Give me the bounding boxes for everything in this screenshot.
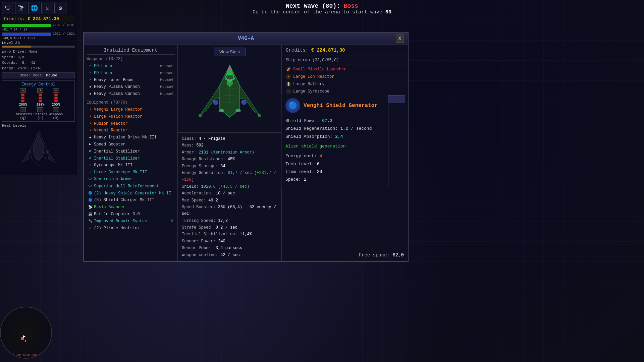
icon-btn-2[interactable]: 🔭 (15, 2, 27, 14)
stat-sensor-val: 3,4 parsecs (216, 246, 242, 250)
weapon-increase[interactable]: + (53, 88, 59, 93)
stat-shield-val: 1020,6 (201, 184, 216, 189)
cargo-name-2: Large Ion Reactor (293, 74, 334, 79)
stat-energy-minus: -150 (182, 177, 192, 182)
eq-battle-computer[interactable]: 💻 Battle Computer 3.0 (87, 211, 175, 218)
eq-gyroscope[interactable]: ○ Gyroscope Mk.III (87, 162, 175, 169)
shield-indicator (39, 94, 42, 102)
xp-bar (2, 46, 75, 48)
shield-increase[interactable]: + (37, 88, 43, 93)
top-hud: Next Wave (80): Boss Go to the center of… (250, 0, 394, 18)
eq-icon-8: ⚙ (88, 156, 93, 161)
eq-fusion-reactor[interactable]: ⚡ Fusion Reactor (87, 120, 175, 127)
weapon-indicator (54, 94, 58, 102)
tt-tech-level-val: 6 (317, 162, 320, 167)
energy-label: 1021 / 1021 (53, 32, 75, 36)
weapon-decrease[interactable]: - (53, 107, 59, 112)
weapon-bind-2: Mouse0 (160, 71, 173, 76)
eq-shield-charger[interactable]: 🔵 (5) Shield Charger Mk.III (87, 197, 175, 204)
minimap-label: Civilian Station [48] (5, 353, 47, 357)
eq-heavy-impulse[interactable]: ◆ Heavy Impulse Drive Mk.III (87, 134, 175, 141)
stat-strafe: Strafe Speed: 0,2 / sec (182, 224, 277, 231)
cargo-small-missile[interactable]: 🚀 Small Missile Launcher (284, 66, 405, 73)
eq-icon-1: ⚡ (88, 107, 93, 112)
weapon-pct: 200% (52, 103, 60, 107)
tooltip-icon: 🔵 (285, 98, 300, 113)
cargo-large-battery[interactable]: 🔋 Large Battery (284, 80, 405, 88)
weapon-pd-laser-1[interactable]: ⚡ PD Laser Mouse0 (87, 63, 175, 70)
shield-pct: 200% (36, 103, 44, 107)
stat-weapon-cool: Weapon cooling: 42 / sec (182, 252, 277, 258)
eq-improved-repair[interactable]: 🔧 Improved Repair System E (87, 218, 175, 225)
icon-btn-3[interactable]: 🌐 (28, 2, 40, 14)
shield-dot-3 (39, 100, 42, 102)
svg-marker-2 (22, 149, 30, 163)
xp-fill (2, 46, 31, 48)
thruster-increase[interactable]: + (20, 88, 26, 93)
thruster-decrease[interactable]: - (20, 107, 26, 112)
close-button[interactable]: X (396, 35, 404, 43)
eq-heavy-shield-gen[interactable]: 🔵 (2) Heavy Shield Generator Mk.II (87, 190, 175, 197)
stat-dmg-res-val: 45% (228, 157, 235, 162)
svg-point-11 (226, 74, 234, 80)
cargo-icon-3: 🔋 (286, 81, 291, 87)
icon-btn-1[interactable]: 🛡 (2, 2, 14, 14)
tooltip-alien: Alien shield generation (285, 144, 384, 149)
thruster-dot-1 (21, 94, 24, 96)
ship-stats-panel: Class: 4 - Frigate Mass: 592 Armor: 2181… (178, 132, 281, 261)
eq-xentronium[interactable]: 🛡 Xentronium Armor (87, 176, 175, 183)
eq-name-17: Improved Repair System (94, 219, 168, 224)
stat-scanner: Scanner Power: 240 (182, 238, 277, 245)
stat-accel-val: 10 / sec (216, 191, 235, 196)
eq-name-7: Inertial Stabilizer (94, 149, 173, 155)
eq-name-5: Heavy Impulse Drive Mk.III (94, 135, 173, 140)
installed-equipment-title: Installed Equipment (87, 48, 175, 55)
eq-speed-booster[interactable]: ▶ Speed Booster (87, 141, 175, 148)
eq-pirate-heatsink[interactable]: ♨ (2) Pirate Heatsink (87, 225, 175, 232)
eq-large-gyroscope[interactable]: ○ Large Gyroscope Mk.III (87, 169, 175, 176)
icon-btn-4[interactable]: ⚔ (41, 2, 53, 14)
wave-number: 80 (385, 9, 391, 15)
svg-point-15 (213, 100, 218, 105)
level-label: Level 33 (2, 41, 20, 45)
weapon-bind-1: Mouse0 (160, 64, 173, 69)
eq-venghi-reactor[interactable]: ⚡ Venghi Reactor (87, 127, 175, 134)
tt-item-level: Item level: 20 (285, 168, 384, 176)
shield-bonus: +43,5 (2, 37, 12, 40)
view-stats-button[interactable]: View Stats (214, 48, 246, 56)
stat-max-speed: Max Speed: 49,2 (182, 197, 277, 204)
eq-name-15: Basic Scanner (94, 204, 173, 210)
weapon-heavy-plasma-2[interactable]: ● Heavy Plasma Cannon Mouse0 (87, 90, 175, 98)
eq-name-8: Inertial Stabilizer (94, 156, 173, 162)
eq-icon-7: ⚙ (88, 149, 93, 154)
svg-point-16 (241, 100, 246, 105)
eq-basic-scanner[interactable]: 📡 Basic Scanner (87, 204, 175, 211)
weapons-section-title: Weapons (13/22) (87, 57, 175, 61)
eq-venghi-large-reactor[interactable]: ⚡ Venghi Large Reactor (87, 106, 175, 113)
eq-large-fusion-reactor[interactable]: ⚡ Large Fusion Reactor (87, 113, 175, 120)
eq-icon-4: ⚡ (88, 128, 93, 133)
eq-icon-18: ♨ (88, 226, 93, 231)
weapon-icon-3: ⚡ (88, 78, 93, 82)
energy-controls: + 200% - Thrusters(Q) + 200% (4, 88, 73, 120)
eq-inertial-stabilizer-1[interactable]: ⚙ Inertial Stabilizer (87, 148, 175, 155)
weapon-heavy-laser[interactable]: ⚡ Heavy Laser Beam Mouse0 (87, 77, 175, 84)
svg-point-13 (199, 114, 202, 117)
stat-turning-val: 17,3 (218, 219, 228, 223)
shield-decrease[interactable]: - (37, 107, 43, 112)
eq-icon-12: 🛡 (88, 184, 93, 189)
eq-inertial-stabilizer-2[interactable]: ⚙ Inertial Stabilizer (87, 155, 175, 162)
weapon-pd-laser-2[interactable]: ⚡ PD Laser Mouse0 (87, 70, 175, 77)
eq-name-6: Speed Booster (94, 142, 173, 147)
tt-shield-abs-val: 2,4 (335, 134, 343, 139)
cargo-large-ion[interactable]: ⚡ Large Ion Reactor (284, 73, 405, 80)
tt-energy-cost: Energy cost: 4 (285, 152, 384, 160)
eq-superior-hull[interactable]: 🛡 Superior Hull Reinforcement (87, 183, 175, 190)
weapon-heavy-plasma-1[interactable]: ● Heavy Plasma Cannon Mouse0 (87, 83, 175, 90)
weapon-dot-2 (54, 97, 58, 99)
icon-btn-5[interactable]: ⚙ (54, 2, 66, 14)
ship-heat-display (20, 129, 57, 173)
stat-armor-val: 2181 (199, 150, 208, 155)
ship-view-panel: View Stats (178, 45, 282, 261)
stat-energy-storage: Energy Storage: 34 (182, 163, 277, 170)
